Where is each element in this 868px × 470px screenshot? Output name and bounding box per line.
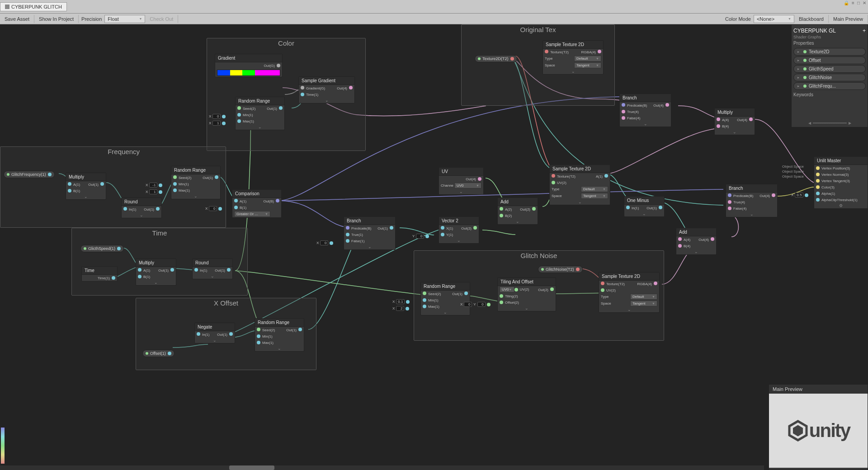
node-sample-texture-2d-1[interactable]: Sample Texture 2D Texture(T2)RGBA(4) Typ… — [542, 40, 604, 75]
node-sample-gradient[interactable]: Sample Gradient Gradient(G)Out(4) Time(1… — [298, 76, 355, 103]
node-unlit-master[interactable]: Unlit Master Vertex Position(3) Vertex N… — [814, 156, 868, 209]
comparison-mode-select[interactable]: Greater Or ...▼ — [234, 211, 270, 217]
preview-viewport[interactable]: unity — [769, 394, 868, 468]
node-gradient[interactable]: Gradient Out(G) — [215, 54, 283, 77]
property-texture2d[interactable]: ▸Texture2D — [793, 48, 866, 56]
space-select[interactable]: Tangent▼ — [581, 193, 608, 199]
ext-input-x0[interactable]: X0Y0 — [460, 302, 491, 307]
node-round-1[interactable]: Round In(1)Out(1) ⌄ — [121, 197, 162, 218]
chevron-down-icon[interactable]: ⌄ — [136, 280, 176, 285]
chevron-down-icon[interactable]: ⌄ — [620, 121, 671, 127]
lock-icon[interactable]: 🔒 — [844, 0, 849, 5]
ext-input-y0[interactable]: Y0 — [412, 234, 429, 239]
chevron-down-icon[interactable]: ⌄ — [498, 306, 556, 311]
node-branch-2[interactable]: Branch Predicate(B)Out(4) True(4) False(… — [726, 184, 778, 217]
ext-input-x05[interactable]: X0.5 — [791, 193, 808, 197]
ext-input-x0[interactable]: X0 — [205, 206, 222, 211]
ext-input-x0[interactable]: X0 — [209, 114, 226, 119]
save-asset-button[interactable]: Save Asset — [0, 15, 34, 23]
node-branch-1[interactable]: Branch Predicate(B)Out(4) True(4) False(… — [619, 94, 671, 127]
node-one-minus[interactable]: One Minus In(1)Out(1) ⌄ — [624, 196, 665, 217]
node-random-range-4[interactable]: Random Range Seed(2)Out(1) Min(1) Max(1)… — [255, 318, 304, 352]
show-in-project-button[interactable]: Show In Project — [34, 15, 79, 23]
maximize-icon[interactable]: □ — [857, 0, 860, 5]
node-random-range-3[interactable]: Random Range Seed(2)Out(1) Min(1) Max(1)… — [420, 282, 470, 315]
space-select[interactable]: Tangent▼ — [630, 301, 657, 306]
ext-input-xn1[interactable]: X-1 — [146, 183, 162, 188]
chevron-down-icon[interactable]: ⌄ — [599, 307, 659, 312]
chevron-down-icon[interactable]: ⌄ — [715, 129, 755, 135]
chevron-down-icon[interactable]: ⌄ — [439, 189, 483, 194]
node-sample-texture-2d-2[interactable]: Sample Texture 2D Texture(T2)A(1) UV(2) … — [549, 164, 610, 205]
ext-input-x01[interactable]: X0.1 — [392, 299, 410, 304]
blackboard-button[interactable]: Blackboard — [794, 15, 829, 23]
node-vector-2[interactable]: Vector 2 X(1)Out(2) Y(1) ⌄ — [439, 216, 479, 244]
chevron-down-icon[interactable]: ⌄ — [624, 211, 664, 216]
node-multiply-1[interactable]: Multiply A(4)Out(4) B(4) ⌄ — [714, 108, 755, 135]
window-controls[interactable]: 🔒 ≡ □ ✕ — [844, 0, 866, 5]
property-pill-glicth-speed[interactable]: GlicthSpeed(1) — [80, 245, 124, 252]
node-add-2[interactable]: Add A(4)Out(4) B(4) ⌄ — [676, 228, 717, 255]
property-glitchnoise[interactable]: ▸GlitchNoise — [793, 74, 866, 81]
node-tiling-and-offset[interactable]: Tiling And Offset UV0▼UV(2)Out(2) Tiling… — [497, 277, 556, 311]
graph-canvas[interactable]: Color Original Tex Frequency Time X Offs… — [0, 24, 868, 470]
ext-input-x2[interactable]: X2 — [392, 306, 409, 311]
ext-input-x0[interactable]: X0 — [316, 240, 333, 245]
space-select[interactable]: Tangent▼ — [574, 62, 601, 68]
property-pill-glitch-noise[interactable]: GlitchNoise(T2) — [538, 266, 583, 273]
node-uv[interactable]: UV Out(4) ChanneUV0▼ ⌄ — [439, 167, 484, 195]
chevron-down-icon[interactable]: ⌄ — [193, 273, 232, 279]
node-random-range-2[interactable]: Random Range Seed(2)Out(1) Min(1) Max(1)… — [171, 166, 221, 199]
node-time[interactable]: Time Time(1) — [81, 266, 118, 282]
property-glitchfrequ[interactable]: ▸GlitchFrequ... — [793, 82, 866, 90]
color-mode-select[interactable]: <None>▼ — [754, 15, 794, 23]
chevron-down-icon[interactable]: ⌄ — [543, 69, 603, 74]
chevron-down-icon[interactable]: ⌄ — [344, 244, 395, 249]
type-select[interactable]: Default▼ — [574, 56, 601, 61]
property-offset[interactable]: ▸Offset — [793, 56, 866, 64]
node-branch-3[interactable]: Branch Predicate(B)Out(1) True(1) False(… — [344, 216, 396, 250]
chevron-down-icon[interactable]: ⌄ — [171, 193, 220, 199]
chevron-down-icon[interactable]: ⌄ — [299, 98, 354, 103]
chevron-down-icon[interactable]: ⌄ — [66, 194, 106, 199]
uv-channel-select[interactable]: UV0▼ — [454, 183, 481, 188]
node-comparison[interactable]: Comparison A(1)Out(B) B(1) Greater Or ..… — [232, 189, 282, 218]
chevron-down-icon[interactable]: ⌄ — [439, 238, 479, 243]
node-sample-texture-2d-3[interactable]: Sample Texture 2D Texture(T2)RGBA(4) UV(… — [599, 272, 660, 313]
menu-icon[interactable]: ≡ — [852, 0, 854, 5]
type-select[interactable]: Default▼ — [581, 186, 608, 192]
chevron-down-icon[interactable]: ⌄ — [195, 338, 235, 343]
chevron-down-icon[interactable]: ⌄ — [676, 249, 716, 254]
scrollbar-thumb[interactable] — [229, 465, 274, 470]
main-preview-panel[interactable]: Main Preview unity — [769, 384, 868, 470]
precision-select[interactable]: Float▼ — [104, 15, 145, 23]
main-preview-button[interactable]: Main Preview — [829, 15, 868, 23]
chevron-down-icon[interactable]: ⌄ — [255, 346, 304, 351]
close-icon[interactable]: ✕ — [863, 0, 866, 5]
horizontal-scrollbar[interactable] — [0, 465, 764, 470]
property-glicthspeed[interactable]: ▸GlicthSpeed — [793, 65, 866, 73]
ext-input-x1[interactable]: X1 — [209, 121, 226, 126]
property-pill-offset[interactable]: Offset(1) — [142, 350, 175, 357]
node-multiply-2[interactable]: Multiply A(1)Out(1) B(1) ⌄ — [66, 173, 106, 200]
add-property-icon[interactable]: + — [863, 28, 866, 34]
chevron-down-icon[interactable]: ⌄ — [236, 124, 284, 130]
ext-input-x1[interactable]: X1 — [146, 189, 162, 194]
property-pill-glitch-frequency[interactable]: GlitchFrequency(1) — [4, 171, 55, 178]
node-add-1[interactable]: Add A(2)Out(2) B(2) ⌄ — [497, 197, 538, 225]
gradient-preview[interactable] — [217, 70, 280, 76]
chevron-down-icon[interactable]: ⌄ — [421, 310, 470, 315]
node-multiply-3[interactable]: Multiply A(1)Out(1) B(1) ⌄ — [136, 258, 176, 286]
node-round-2[interactable]: Round In(1)Out(1) ⌄ — [192, 258, 233, 279]
window-tab[interactable]: CYBERPUNK GLITCH — [0, 2, 67, 11]
gear-icon[interactable]: ⚙ — [814, 203, 868, 208]
node-negate[interactable]: Negate In(1)Out(1) ⌄ — [194, 323, 235, 343]
chevron-down-icon[interactable]: ⌄ — [550, 199, 610, 205]
chevron-down-icon[interactable]: ⌄ — [498, 219, 538, 224]
blackboard-panel[interactable]: CYBERPUNK GL+ Shader Graphs Properties ▸… — [791, 24, 868, 127]
chevron-down-icon[interactable]: ⌄ — [726, 212, 777, 217]
node-random-range-1[interactable]: Random Range Seed(2)Out(1) Min(1) Max(1)… — [235, 97, 285, 130]
uv-mini-select[interactable]: UV0▼ — [500, 287, 514, 292]
chevron-down-icon[interactable]: ⌄ — [122, 212, 161, 218]
property-pill-texture2d[interactable]: Texture2D(T2) — [475, 55, 517, 62]
